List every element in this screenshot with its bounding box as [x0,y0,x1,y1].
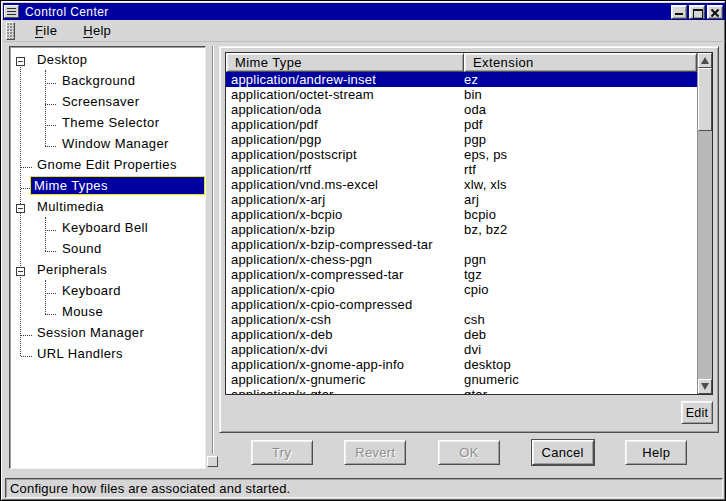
mime-type-cell: application/x-cpio [226,282,464,297]
sidebar-item-sound[interactable]: Sound [10,238,205,259]
table-row[interactable]: application/andrew-inset ez [226,72,697,87]
extension-cell: gtar [464,387,697,394]
table-row[interactable]: application/rtf rtf [226,162,697,177]
extension-cell: oda [464,102,697,117]
menu-file[interactable]: File [25,21,67,40]
paned-separator[interactable] [207,46,219,469]
table-scrollbar[interactable] [697,53,712,394]
sidebar-item-label: Desktop [34,51,91,68]
column-header-extension[interactable]: Extension [464,53,697,72]
mime-type-cell: application/x-arj [226,192,464,207]
extension-cell: cpio [464,282,697,297]
scrollbar-thumb[interactable] [698,68,712,131]
expander-minus-icon[interactable] [16,204,25,213]
table-row[interactable]: application/x-gtar gtar [226,387,697,394]
extension-cell: dvi [464,342,697,357]
sidebar-item-label: URL Handlers [34,345,126,362]
table-row[interactable]: application/pgp pgp [226,132,697,147]
sidebar-item-window-manager[interactable]: Window Manager [10,133,205,154]
sidebar-tree: Desktop Background Screensaver [9,46,206,469]
table-row[interactable]: application/postscript eps, ps [226,147,697,162]
titlebar[interactable]: Control Center [3,3,725,20]
sidebar-item-keyboard[interactable]: Keyboard [10,280,205,301]
tree-line [45,104,56,105]
sidebar-item-multimedia[interactable]: Multimedia [10,196,205,217]
table-row[interactable]: application/x-dvi dvi [226,342,697,357]
revert-button[interactable]: Revert [344,440,406,465]
extension-cell: bin [464,87,697,102]
cancel-button[interactable]: Cancel [532,440,594,465]
extension-cell [464,237,697,252]
mime-type-cell: application/octet-stream [226,87,464,102]
sidebar-item-session-manager[interactable]: Session Manager [10,322,205,343]
mime-type-cell: application/x-compressed-tar [226,267,464,282]
window-menu-icon[interactable] [4,5,19,18]
edit-button[interactable]: Edit [681,401,713,424]
table-row[interactable]: application/pdf pdf [226,117,697,132]
table-row[interactable]: application/x-bzip-compressed-tar [226,237,697,252]
maximize-button[interactable] [689,5,705,19]
extension-cell: arj [464,192,697,207]
extension-cell: pgn [464,252,697,267]
table-row[interactable]: application/x-bcpio bcpio [226,207,697,222]
mime-type-cell: application/x-chess-pgn [226,252,464,267]
help-button[interactable]: Help [625,440,687,465]
sidebar-item-background[interactable]: Background [10,70,205,91]
scroll-down-icon[interactable] [698,379,712,394]
column-header-mime-type[interactable]: Mime Type [226,53,464,72]
sidebar-item-desktop[interactable]: Desktop [10,49,205,70]
sidebar-item-gnome-edit-properties[interactable]: Gnome Edit Properties [10,154,205,175]
sidebar-item-label: Multimedia [34,198,107,215]
sidebar-item-screensaver[interactable]: Screensaver [10,91,205,112]
dialog-button-row: Try Revert OK Cancel Help [219,434,719,471]
sidebar-item-mime-types[interactable]: Mime Types [10,175,205,196]
table-row[interactable]: application/oda oda [226,102,697,117]
table-row[interactable]: application/x-cpio-compressed [226,297,697,312]
table-row[interactable]: application/x-gnumeric gnumeric [226,372,697,387]
sidebar-item-url-handlers[interactable]: URL Handlers [10,343,205,364]
table-row[interactable]: application/x-bzip bz, bz2 [226,222,697,237]
table-row[interactable]: application/x-cpio cpio [226,282,697,297]
table-row[interactable]: application/vnd.ms-excel xlw, xls [226,177,697,192]
expander-minus-icon[interactable] [16,267,25,276]
close-button[interactable] [707,5,723,19]
table-row[interactable]: application/x-compressed-tar tgz [226,267,697,282]
extension-cell: pdf [464,117,697,132]
sidebar-item-label: Background [59,72,138,89]
sidebar-item-label: Keyboard [59,282,124,299]
minimize-button[interactable] [671,5,687,19]
mime-type-cell: application/x-gtar [226,387,464,394]
try-button[interactable]: Try [251,440,313,465]
table-row[interactable]: application/x-deb deb [226,327,697,342]
mime-type-cell: application/x-csh [226,312,464,327]
status-text: Configure how files are associated and s… [10,481,290,496]
sidebar-item-mouse[interactable]: Mouse [10,301,205,322]
statusbar: Configure how files are associated and s… [5,478,723,498]
mime-table-body: application/andrew-inset ez application/… [226,72,697,394]
table-row[interactable]: application/x-chess-pgn pgn [226,252,697,267]
ok-button[interactable]: OK [438,440,500,465]
sidebar-item-label: Window Manager [59,135,172,152]
table-row[interactable]: application/octet-stream bin [226,87,697,102]
menu-help[interactable]: Help [73,21,121,40]
sidebar-item-peripherals[interactable]: Peripherals [10,259,205,280]
sidebar-item-keyboard-bell[interactable]: Keyboard Bell [10,217,205,238]
table-row[interactable]: application/x-arj arj [226,192,697,207]
extension-cell: bcpio [464,207,697,222]
expander-minus-icon[interactable] [16,57,25,66]
paned-handle[interactable] [207,456,218,467]
tree-line [45,230,56,231]
menu-drag-handle[interactable] [6,22,15,40]
scroll-up-icon[interactable] [698,53,712,68]
tree-line [45,314,56,315]
table-row[interactable]: application/x-gnome-app-info desktop [226,357,697,372]
tree-line [21,167,32,168]
mime-type-cell: application/x-bcpio [226,207,464,222]
extension-cell: ez [464,72,697,87]
sidebar-item-theme-selector[interactable]: Theme Selector [10,112,205,133]
mime-type-cell: application/oda [226,102,464,117]
table-row[interactable]: application/x-csh csh [226,312,697,327]
mime-type-cell: application/x-deb [226,327,464,342]
extension-cell: gnumeric [464,372,697,387]
tree-line [21,356,32,357]
